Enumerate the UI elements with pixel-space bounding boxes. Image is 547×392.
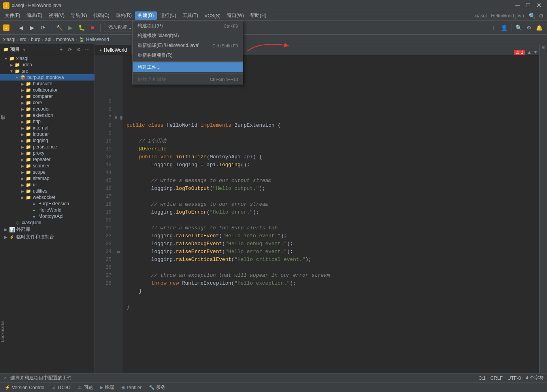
menu-view[interactable]: 视图(V) [45,11,68,20]
menu-recompile[interactable]: 重新编译(E) 'HelloWorld.java' Ctrl+Shift+F9 [133,41,243,51]
bookmarks-tab[interactable]: Bookmarks [0,321,6,342]
status-position[interactable]: 3:1 [479,375,486,381]
tree-item-extlibs[interactable]: ▶ 📊 外部库 [0,226,94,233]
breadcrumb-src[interactable]: src [20,37,26,42]
tree-item-ui[interactable]: ▶ 📁 ui [0,182,94,188]
toolbar-build-project-btn[interactable]: 🔨 [55,23,64,32]
tree-item-sitemap[interactable]: ▶ 📁 sitemap [0,175,94,182]
tree-item-core[interactable]: ▶ 📁 core [0,99,94,106]
bottom-tab-terminal[interactable]: ▶ 终端 [97,383,117,392]
menu-build-module[interactable]: 构建模块 'xiasql'(M) [133,31,243,41]
breadcrumb-xiasql[interactable]: xiasql [3,37,15,42]
sidebar-sync-btn[interactable]: ⟳ [66,46,74,54]
collapse-icon[interactable]: ▼ [533,49,538,55]
tree-item-scope[interactable]: ▶ 📁 scope [0,169,94,175]
tree-item-internal[interactable]: ▶ 📁 internal [0,125,94,131]
toolbar-vcs-btn[interactable]: 👤 [499,23,509,32]
tree-arrow-logging: ▶ [20,139,25,143]
toolbar-run-btn[interactable]: ▶ [66,23,75,32]
settings-icon[interactable]: ⚙ [537,13,545,19]
breadcrumb-api[interactable]: api [45,37,51,42]
tree-item-decoder[interactable]: ▶ 📁 decoder [0,106,94,112]
menu-tools[interactable]: 工具(T) [179,11,201,20]
code-content[interactable]: public class HelloWorld implements BurpE… [123,55,541,373]
sidebar-more-btn[interactable]: ⋯ [83,46,91,54]
tree-item-idea[interactable]: ▶ 📁 .idea [0,62,94,68]
menu-edit[interactable]: 编辑(E) [23,11,45,20]
toolbar-notifications-btn[interactable]: 🔔 [534,23,544,32]
tree-item-burpextension[interactable]: ● BurpExtension [0,201,94,207]
toolbar-back-btn[interactable]: ◀ [16,23,26,32]
status-encoding[interactable]: UTF-8 [507,375,521,381]
tree-item-extension[interactable]: ▶ 📁 extension [0,112,94,118]
toolbar-update-btn[interactable]: ↑ [489,23,498,32]
tree-item-http[interactable]: ▶ 📁 http [0,118,94,125]
expand-icon[interactable]: ▲ [527,49,532,55]
menu-navigate[interactable]: 导航(N) [68,11,90,20]
tree-item-src[interactable]: ▼ 📁 src [0,68,94,74]
code-blank-11 [126,178,151,184]
tree-item-burpsuite[interactable]: ▶ 📁 burpsuite [0,81,94,87]
menu-build-artifacts[interactable]: 构建工件... [133,62,243,72]
tree-icon-burpsuite: 📁 [25,81,32,86]
menu-run[interactable]: 运行(U) [157,11,179,20]
tree-item-proxy[interactable]: ▶ 📁 proxy [0,150,94,156]
tree-item-montoyaapi[interactable]: ● MontoyaApi [0,213,94,219]
sidebar-dropdown-icon[interactable]: ▼ [22,47,26,52]
tree-label-extension: extension [33,113,53,118]
tree-item-comparer[interactable]: ▶ 📁 comparer [0,93,94,99]
status-crlf[interactable]: CRLF [490,375,503,381]
tree-item-intruder[interactable]: ▶ 📁 intruder [0,131,94,137]
bottom-tab-problems[interactable]: ⚠ 问题 [75,383,96,392]
editor-tab-helloworld[interactable]: ● HelloWorld [95,45,131,55]
menu-rebuild[interactable]: 重新构建项目(R) [133,51,243,60]
menu-ant-target[interactable]: 运行 Ant 目标 Ctrl+Shift+F10 [133,74,243,84]
menu-vcs[interactable]: VCS(S) [201,12,224,19]
close-button[interactable]: ✕ [534,2,544,9]
bottom-tab-todo[interactable]: ☑ TODO [48,383,74,392]
bottom-tab-versioncontrol[interactable]: ⚡ Version Control [2,383,47,392]
menu-help[interactable]: 帮助(H) [247,11,270,20]
bottom-tab-profiler[interactable]: ◉ Profiler [118,383,145,392]
menu-window[interactable]: 窗口(W) [224,11,247,20]
maximize-button[interactable]: □ [524,2,532,9]
menu-code[interactable]: 代码(C) [90,11,113,20]
sidebar-settings-btn[interactable]: ⚙ [75,46,83,54]
toolbar-debug-btn[interactable]: 🐛 [77,23,86,32]
title-bar-controls[interactable]: ─ □ ✕ [513,2,544,9]
tree-item-websocket[interactable]: ▶ 📁 websocket [0,194,94,201]
breadcrumb-montoya[interactable]: montoya [56,37,74,42]
tree-item-package[interactable]: ▼ 📦 burp.api.montoya [0,74,94,81]
menu-build[interactable]: 构建(B) [135,11,157,20]
menu-file[interactable]: 文件(F) [2,11,23,20]
status-indent[interactable]: 4 个字符 [526,375,544,381]
menu-refactor[interactable]: 重构(R) [113,11,135,20]
tree-item-helloworld-file[interactable]: ● HelloWorld [0,207,94,213]
breadcrumb-burp[interactable]: burp [31,37,40,42]
tree-item-collaborator[interactable]: ▶ 📁 collaborator [0,87,94,93]
title-text: xiasql - HelloWorld.java [12,3,61,8]
right-panel-btn1[interactable]: ⊞ [541,46,545,49]
tree-item-temp[interactable]: ▶ ⚡ 临时文件和控制台 [0,233,94,241]
minimize-button[interactable]: ─ [513,2,522,9]
toolbar-fwd-btn[interactable]: ▶ [27,23,37,32]
toolbar-search-btn[interactable]: 🔍 [514,23,523,32]
tree-item-logging[interactable]: ▶ 📁 logging [0,137,94,144]
tree-item-utilities[interactable]: ▶ 📁 utilities [0,188,94,194]
toolbar-right: ↑ 👤 🔍 ⚙ 🔔 [489,23,544,32]
code-editor[interactable]: 5 6 7 8 9 10 11 12 13 14 15 16 17 18 19 … [95,55,547,373]
toolbar-recent-btn[interactable]: ⟳ [38,23,48,32]
bottom-tab-services[interactable]: 🔧 服务 [146,383,169,392]
breadcrumb-helloworld[interactable]: 🍃 HelloWorld [79,37,109,42]
tree-item-persistence[interactable]: ▶ 📁 persistence [0,144,94,150]
tree-item-xiasqliml[interactable]: ⬡ xiasql.iml [0,219,94,226]
tree-item-repeater[interactable]: ▶ 📁 repeater [0,156,94,163]
menu-build-module-label: 构建模块 'xiasql'(M) [138,32,179,39]
toolbar-settings-btn[interactable]: ⚙ [524,23,534,32]
search-everywhere-icon[interactable]: 🔍 [527,13,537,19]
toolbar-stop-btn[interactable]: ■ [88,23,97,32]
tree-item-scanner[interactable]: ▶ 📁 scanner [0,163,94,169]
tree-item-xiasql[interactable]: ▼ 📁 xiasql [0,55,94,62]
menu-build-project[interactable]: 构建项目(P) Ctrl+F9 [133,21,243,31]
sidebar-add-btn[interactable]: + [57,46,65,54]
